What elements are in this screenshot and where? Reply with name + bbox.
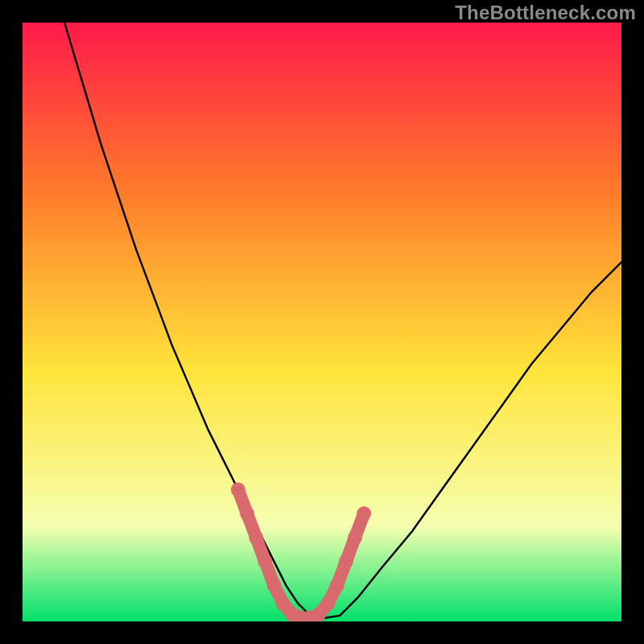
chart-frame: TheBottleneck.com <box>0 0 644 644</box>
valley-marker-dot <box>240 506 254 521</box>
valley-marker-dot <box>348 530 362 545</box>
valley-marker-dot <box>339 555 353 569</box>
watermark-text: TheBottleneck.com <box>455 2 636 24</box>
gradient-background <box>23 23 621 621</box>
chart-svg <box>23 23 621 621</box>
valley-marker-dot <box>330 578 345 592</box>
valley-marker-dot <box>320 597 335 611</box>
valley-marker-dot <box>258 555 272 569</box>
valley-marker-dot <box>267 578 282 592</box>
valley-marker-dot <box>249 530 263 545</box>
valley-marker-dot <box>231 482 246 497</box>
valley-marker-dot <box>357 506 371 521</box>
plot-area <box>23 23 621 621</box>
